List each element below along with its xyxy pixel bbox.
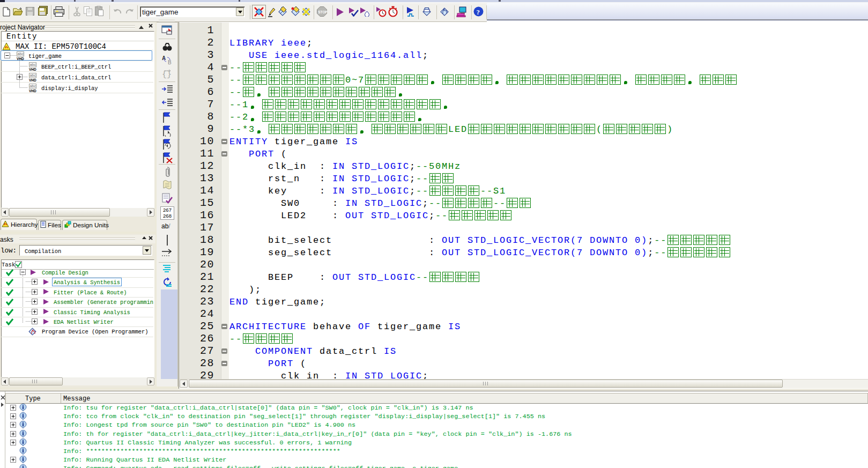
svg-text:VHD: VHD xyxy=(29,78,36,82)
svg-text:STOP: STOP xyxy=(318,10,327,14)
svg-text:abc: abc xyxy=(30,84,36,88)
svg-text:A: A xyxy=(162,55,166,61)
svg-text:B: B xyxy=(168,60,172,65)
svg-text:VHD: VHD xyxy=(29,89,36,93)
svg-text:abc: abc xyxy=(30,73,36,77)
svg-text:{}: {} xyxy=(162,70,172,79)
svg-text:VHD: VHD xyxy=(29,68,36,71)
svg-text:abc: abc xyxy=(18,52,24,56)
svg-text:abc: abc xyxy=(30,63,36,66)
svg-text:VHD: VHD xyxy=(17,57,24,61)
svg-text:?: ? xyxy=(477,8,480,16)
